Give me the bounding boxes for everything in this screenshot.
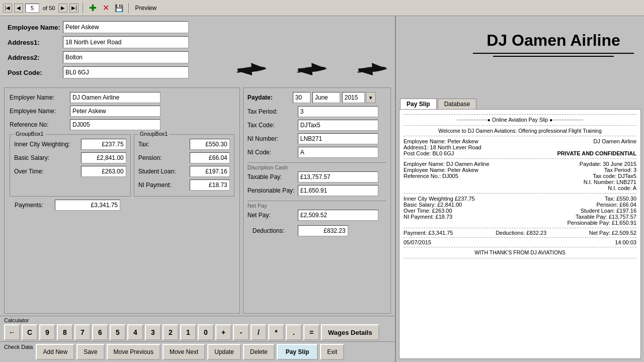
- tab-database[interactable]: Database: [438, 99, 476, 109]
- slip-ref-row: Reference No.: DJ005 Tax code: DJTax5: [404, 173, 636, 179]
- calc-c-btn[interactable]: C: [22, 324, 38, 340]
- calc-7-btn[interactable]: 7: [74, 324, 91, 340]
- toolbar-separator2: [128, 3, 129, 13]
- pension-row: Pension: £66.04: [138, 152, 230, 163]
- emp-name-input2[interactable]: Peter Askew: [70, 106, 160, 117]
- svg-marker-1: [251, 61, 267, 71]
- pensionable-pay-label: Pensionable Pay:: [248, 187, 298, 194]
- slip-address1-val: 18 North Lever Road: [430, 144, 481, 150]
- tax-period-input[interactable]: 3: [298, 106, 378, 117]
- calc-2-btn[interactable]: 2: [163, 324, 179, 340]
- svg-marker-11: [372, 61, 387, 71]
- calc-0-btn[interactable]: 0: [198, 324, 214, 340]
- slip-nicode-val: A: [633, 185, 636, 191]
- slip-ni-row: N.I. Number: LNB271: [404, 179, 636, 185]
- slip-pension-row: Pension: £66.04: [596, 202, 636, 208]
- slip-emp2-row: Employee Name: Peter Askew Tax Period: 3: [404, 167, 636, 173]
- tax-label: Tax:: [138, 141, 190, 148]
- slip-payment-val: £3,341.75: [429, 230, 453, 236]
- tax-input[interactable]: £550.30: [190, 139, 230, 150]
- groupbox1-right-label: GroupBox1: [138, 131, 170, 137]
- slip-tax-period-val: 3: [633, 167, 636, 173]
- employee-name-input[interactable]: Peter Askew: [63, 21, 189, 33]
- delete-btn[interactable]: Delete: [243, 344, 275, 360]
- pensionable-pay-input[interactable]: £1,650.91: [298, 185, 378, 196]
- nav-next-btn[interactable]: ▶: [58, 4, 67, 13]
- slip-employer-val: DJ Oamen Airline: [446, 161, 490, 167]
- nav-first-btn[interactable]: |◀: [3, 4, 12, 13]
- slip-icw-row: Inner City Weighting £237.75 Tax: £550.3…: [404, 196, 636, 202]
- postcode-input[interactable]: BL0 6GJ: [63, 66, 189, 78]
- exit-btn[interactable]: Exit: [320, 344, 344, 360]
- reference-input[interactable]: DJ005: [70, 119, 160, 130]
- slip-basic-row: Basic Salary: £2,841.00 Pension: £66.04: [404, 202, 636, 208]
- update-btn[interactable]: Update: [207, 344, 241, 360]
- inner-city-input[interactable]: £237.75: [81, 139, 126, 150]
- record-number-input[interactable]: 5: [25, 4, 39, 13]
- taxable-pay-row: Taxable Pay: £13,757.57: [248, 171, 386, 183]
- calc-4-btn[interactable]: 4: [127, 324, 143, 340]
- calc-9-btn[interactable]: 9: [39, 324, 55, 340]
- add-new-btn[interactable]: Add New: [36, 344, 74, 360]
- basic-salary-input[interactable]: £2,841.00: [81, 152, 126, 163]
- ni-code-input[interactable]: A: [298, 147, 378, 158]
- calc-multiply-btn[interactable]: *: [268, 324, 284, 340]
- paydate-dropdown-btn[interactable]: ▼: [366, 92, 376, 103]
- slip-address1-row: Address1: 18 North Lever Road: [404, 144, 636, 150]
- tax-row: Tax: £550.30: [138, 139, 230, 150]
- slip-paydate-val: 30 June 2015: [603, 161, 636, 167]
- taxable-pay-input[interactable]: £13,757.57: [298, 171, 378, 183]
- tax-code-input[interactable]: DJTax5: [298, 120, 378, 131]
- pension-input[interactable]: £66.04: [190, 152, 230, 163]
- student-loan-input[interactable]: £197.16: [190, 166, 230, 177]
- nav-prev-btn[interactable]: ◀: [14, 4, 23, 13]
- ni-payment-input[interactable]: £18.73: [190, 179, 230, 191]
- calc-6-btn[interactable]: 6: [92, 324, 108, 340]
- calc-8-btn[interactable]: 8: [57, 324, 73, 340]
- pension-label: Pension:: [138, 154, 190, 161]
- ni-number-input[interactable]: LNB271: [298, 133, 378, 144]
- wages-details-btn[interactable]: Wages Details: [321, 324, 379, 340]
- preview-label: Preview: [135, 5, 156, 12]
- slip-paydate-label: Paydate: 30 June 2015: [580, 161, 636, 167]
- calc-back-btn[interactable]: ←: [4, 324, 20, 340]
- paydate-month-input[interactable]: June: [312, 92, 340, 103]
- employee-name-row: Employee Name: Peter Askew: [8, 21, 387, 33]
- tax-code-label: Tax Code:: [248, 122, 298, 129]
- address1-input[interactable]: 18 North Lever Road: [63, 36, 189, 48]
- calc-1-btn[interactable]: 1: [180, 324, 196, 340]
- move-next-btn[interactable]: Move Next: [163, 344, 205, 360]
- overtime-input[interactable]: £263.00: [81, 166, 126, 177]
- tab-payslip[interactable]: Pay Slip: [400, 99, 437, 109]
- nav-last-btn[interactable]: ▶|: [69, 4, 78, 13]
- slip-netpay-val2: £2,509.52: [612, 230, 636, 236]
- save-icon[interactable]: 💾: [113, 3, 124, 14]
- calc-divide-btn[interactable]: /: [251, 324, 267, 340]
- address2-input[interactable]: Bolton: [63, 51, 189, 63]
- delete-icon[interactable]: ✕: [100, 3, 111, 14]
- calc-dot-btn[interactable]: .: [286, 324, 302, 340]
- employer-name-input[interactable]: DJ Oamen Airline: [70, 92, 160, 103]
- slip-emp2-val: Peter Askew: [447, 167, 478, 173]
- calc-equals-btn[interactable]: =: [303, 324, 319, 340]
- move-previous-btn[interactable]: Move Previous: [107, 344, 160, 360]
- plane-decorations: [231, 60, 392, 78]
- calc-minus-btn[interactable]: -: [233, 324, 249, 340]
- payments-input[interactable]: £3,341.75: [55, 200, 120, 211]
- toolbar: |◀ ◀ 5 of 50 ▶ ▶| ✚ ✕ 💾 Preview: [0, 0, 644, 16]
- deductions-input[interactable]: £832.23: [298, 225, 348, 236]
- payments-label: Payments:: [15, 202, 55, 209]
- calc-plus-btn[interactable]: +: [215, 324, 231, 340]
- pay-slip-btn[interactable]: Pay Slip: [277, 344, 318, 360]
- paydate-year-input[interactable]: 2015: [342, 92, 365, 103]
- save-btn[interactable]: Save: [76, 344, 104, 360]
- calc-3-btn[interactable]: 3: [145, 324, 161, 340]
- add-icon[interactable]: ✚: [87, 3, 98, 14]
- net-pay-input[interactable]: £2,509.52: [298, 210, 378, 221]
- paydate-day-input[interactable]: 30: [293, 92, 310, 103]
- slip-nicode-row: N.I. code: A: [404, 185, 636, 191]
- top-info-section: Employee Name: Peter Askew Address1: 18 …: [0, 16, 395, 85]
- slip-employee-section: Employee Name: Peter Askew DJ Oamen Airl…: [404, 138, 636, 156]
- calc-5-btn[interactable]: 5: [110, 324, 126, 340]
- net-pay-section-label: Net Pay: [248, 201, 386, 209]
